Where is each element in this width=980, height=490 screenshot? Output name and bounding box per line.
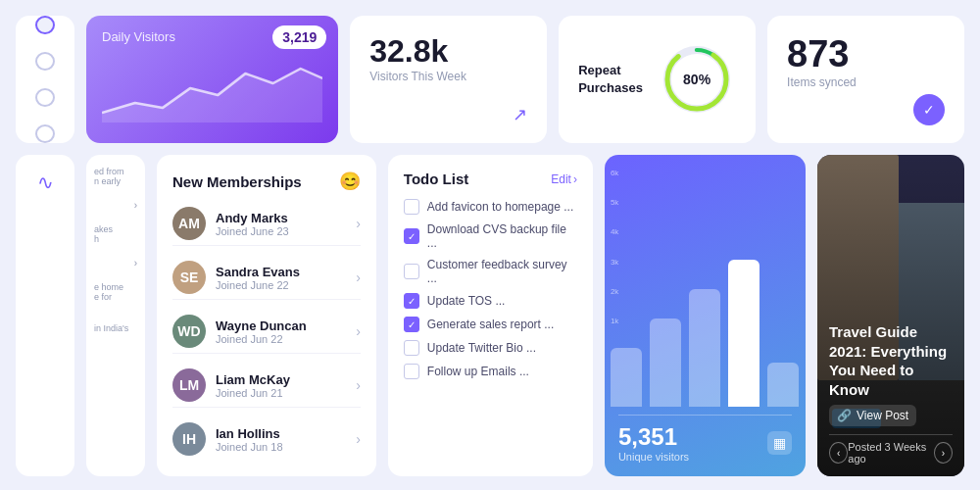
bottom-row: ∿ ed fromn early › akesh › e homee for i… bbox=[16, 155, 964, 476]
todo-item-4[interactable]: ✓ Generate sales report ... bbox=[404, 317, 577, 332]
view-post-label: View Post bbox=[857, 409, 908, 422]
todo-item-6[interactable]: Follow up Emails ... bbox=[404, 364, 577, 379]
memberships-emoji: 😊 bbox=[339, 171, 361, 192]
todo-text-3: Update TOS ... bbox=[427, 294, 506, 308]
todo-text-4: Generate sales report ... bbox=[427, 318, 554, 331]
unique-visitors-info: 5,351 Unique visitors bbox=[618, 423, 689, 463]
partial-text-1: ed fromn early bbox=[94, 167, 137, 186]
travel-footer: ‹ Posted 3 Weeks ago › bbox=[829, 434, 953, 465]
member-arrow-3: › bbox=[356, 377, 361, 393]
avatar-3: LM bbox=[172, 368, 206, 402]
card-memberships: New Memberships 😊 AM Andy Marks Joined J… bbox=[157, 155, 376, 476]
member-arrow-2: › bbox=[356, 323, 361, 339]
member-left-1: SE Sandra Evans Joined June 22 bbox=[172, 261, 300, 294]
member-left-0: AM Andy Marks Joined June 23 bbox=[172, 207, 289, 240]
y-axis-labels: 6k 5k 4k 3k 2k 1k bbox=[611, 169, 618, 325]
member-name-2: Wayne Duncan bbox=[216, 318, 307, 333]
card-items-synced: 873 Items synced ✓ bbox=[767, 16, 964, 143]
view-post-button[interactable]: 🔗 View Post bbox=[829, 405, 916, 426]
bar-col-1 bbox=[650, 318, 681, 407]
avatar-1: SE bbox=[172, 261, 206, 294]
todo-checkbox-2[interactable] bbox=[404, 264, 419, 279]
sidebar-dot-3 bbox=[35, 124, 55, 143]
travel-title: Travel Guide 2021: Everything You Need t… bbox=[829, 322, 953, 399]
member-item-4[interactable]: IH Ian Hollins Joined Jun 18 › bbox=[172, 417, 361, 461]
card-visitors-week: 32.8k Visitors This Week ↗ bbox=[350, 16, 547, 143]
todo-edit-button[interactable]: Edit › bbox=[551, 172, 577, 186]
y-label-2k: 2k bbox=[611, 287, 618, 296]
avatar-2: WD bbox=[172, 315, 206, 348]
todo-text-5: Update Twitter Bio ... bbox=[427, 341, 536, 355]
partial-arrow-1: › bbox=[94, 200, 137, 211]
member-arrow-0: › bbox=[356, 216, 361, 231]
bar-1 bbox=[650, 318, 681, 407]
svg-marker-0 bbox=[102, 69, 322, 122]
travel-content: Travel Guide 2021: Everything You Need t… bbox=[817, 155, 964, 476]
external-link-icon: 🔗 bbox=[837, 409, 852, 422]
sidebar-bottom: ∿ bbox=[16, 155, 74, 476]
todo-checkbox-0[interactable] bbox=[404, 199, 419, 215]
member-item-3[interactable]: LM Liam McKay Joined Jun 21 › bbox=[172, 364, 361, 408]
card-travel: Travel Guide 2021: Everything You Need t… bbox=[817, 155, 964, 476]
todo-title: Todo List bbox=[404, 171, 468, 187]
todo-item-3[interactable]: ✓ Update TOS ... bbox=[404, 293, 577, 309]
todo-item-2[interactable]: Customer feedback survey ... bbox=[404, 258, 577, 285]
unique-visitors-label: Unique visitors bbox=[618, 451, 689, 463]
memberships-header: New Memberships 😊 bbox=[172, 171, 361, 192]
sidebar-dot-2 bbox=[35, 88, 55, 107]
todo-header: Todo List Edit › bbox=[404, 171, 577, 187]
repeat-donut: 80% bbox=[658, 40, 736, 119]
synced-label: Items synced bbox=[787, 75, 945, 89]
todo-checkbox-1[interactable]: ✓ bbox=[404, 228, 419, 244]
card-todo: Todo List Edit › Add favicon to homepage… bbox=[388, 155, 593, 476]
sidebar-dot-1 bbox=[35, 52, 55, 71]
partial-text-3: e homee for bbox=[94, 282, 137, 302]
todo-item-1[interactable]: ✓ Download CVS backup file ... bbox=[404, 222, 577, 250]
member-date-0: Joined June 23 bbox=[216, 225, 289, 237]
y-label-3k: 3k bbox=[611, 258, 618, 267]
member-item-2[interactable]: WD Wayne Duncan Joined Jun 22 › bbox=[172, 310, 361, 354]
member-arrow-1: › bbox=[356, 270, 361, 285]
y-label-5k: 5k bbox=[611, 198, 618, 207]
todo-text-2: Customer feedback survey ... bbox=[427, 258, 577, 285]
synced-cloud-icon-wrap: ✓ bbox=[787, 94, 945, 125]
member-name-4: Ian Hollins bbox=[216, 426, 283, 441]
avatar-4: IH bbox=[172, 422, 206, 456]
top-row: Daily Visitors 3,219 32.8k Visitors This… bbox=[16, 16, 964, 143]
member-left-4: IH Ian Hollins Joined Jun 18 bbox=[172, 422, 283, 456]
card-daily-visitors: Daily Visitors 3,219 bbox=[86, 16, 338, 143]
card-repeat-purchases: RepeatPurchases 80% bbox=[559, 16, 756, 143]
bar-col-3 bbox=[728, 260, 760, 407]
bar-3 bbox=[728, 260, 760, 407]
member-date-2: Joined Jun 22 bbox=[216, 333, 307, 345]
daily-chart-line bbox=[102, 54, 322, 126]
repeat-purchases-label: RepeatPurchases bbox=[578, 62, 643, 97]
todo-text-6: Follow up Emails ... bbox=[427, 365, 529, 378]
member-item-1[interactable]: SE Sandra Evans Joined June 22 › bbox=[172, 256, 361, 300]
member-name-1: Sandra Evans bbox=[216, 265, 300, 279]
todo-item-5[interactable]: Update Twitter Bio ... bbox=[404, 340, 577, 356]
y-label-1k: 1k bbox=[611, 317, 618, 325]
todo-item-0[interactable]: Add favicon to homepage ... bbox=[404, 199, 577, 215]
visitors-week-number: 32.8k bbox=[369, 33, 527, 70]
member-item-0[interactable]: AM Andy Marks Joined June 23 › bbox=[172, 202, 361, 246]
member-date-3: Joined Jun 21 bbox=[216, 387, 290, 399]
card-chart: 6k 5k 4k 3k 2k 1k bbox=[605, 155, 806, 476]
todo-checkbox-4[interactable]: ✓ bbox=[404, 317, 419, 332]
todo-checkbox-6[interactable] bbox=[404, 364, 419, 379]
travel-next-button[interactable]: › bbox=[934, 442, 953, 464]
visitors-week-label: Visitors This Week bbox=[369, 70, 527, 83]
travel-posted-date: Posted 3 Weeks ago bbox=[848, 441, 933, 465]
daily-visitors-badge: 3,219 bbox=[272, 25, 326, 49]
bar-col-4 bbox=[767, 363, 799, 407]
chart-bottom: 5,351 Unique visitors ▦ bbox=[618, 415, 792, 463]
travel-prev-button[interactable]: ‹ bbox=[829, 442, 848, 464]
member-arrow-4: › bbox=[356, 431, 361, 447]
chart-bar-icon: ▦ bbox=[767, 431, 792, 455]
chart-bars-container bbox=[618, 250, 792, 407]
todo-checkbox-5[interactable] bbox=[404, 340, 419, 356]
bar-col-2 bbox=[689, 289, 720, 407]
todo-checkbox-3[interactable]: ✓ bbox=[404, 293, 419, 309]
todo-text-1: Download CVS backup file ... bbox=[427, 222, 577, 250]
memberships-title: New Memberships bbox=[172, 173, 302, 190]
